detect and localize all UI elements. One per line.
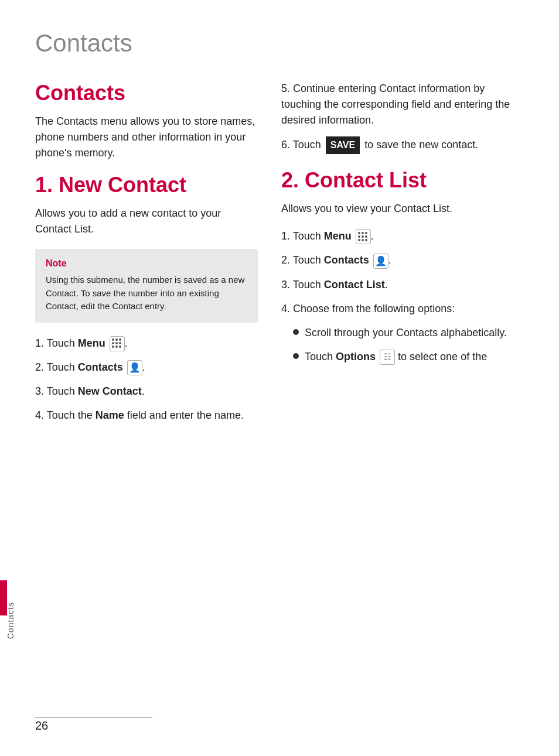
bullet-dot-1	[293, 329, 299, 335]
menu-icon	[110, 336, 125, 351]
bullet-item-1: Scroll through your Contacts alphabetica…	[293, 325, 524, 341]
red-tab-indicator	[0, 580, 7, 615]
step-3: 3. Touch New Contact.	[35, 384, 258, 399]
step-1: 1. Touch Menu .	[35, 336, 258, 351]
bullet-text-2: Touch Options ☷ to select one of the	[305, 349, 487, 365]
save-button-label: SAVE	[326, 136, 360, 154]
step-6-suffix: to save the new contact.	[364, 139, 478, 150]
step-5: 5. Continue entering Contact information…	[281, 81, 524, 128]
contacts-section-desc: The Contacts menu allows you to store na…	[35, 114, 258, 161]
contact-list-section-desc: Allows you to view your Contact List.	[281, 201, 524, 217]
cl-contacts-icon: 👤	[373, 254, 388, 269]
cl-menu-icon	[356, 229, 371, 244]
new-contact-section-desc: Allows you to add a new contact to your …	[35, 206, 258, 237]
two-column-layout: Contacts The Contacts menu allows you to…	[35, 81, 524, 727]
step-2: 2. Touch Contacts 👤.	[35, 360, 258, 375]
bullet-dot-2	[293, 353, 299, 359]
right-column: 5. Continue entering Contact information…	[281, 81, 524, 727]
note-box: Note Using this submenu, the number is s…	[35, 249, 258, 323]
new-contact-section-title: 1. New Contact	[35, 173, 258, 197]
cl-menu-dots-icon	[358, 232, 368, 242]
note-text: Using this submenu, the number is saved …	[46, 273, 247, 313]
step-6: 6. Touch SAVE to save the new contact.	[281, 136, 524, 154]
cl-step-4: 4. Choose from the following options:	[281, 301, 524, 317]
page-number: 26	[35, 719, 48, 733]
menu-dots-icon	[112, 338, 122, 348]
sidebar-label: Contacts	[6, 602, 15, 639]
contacts-icon: 👤	[127, 360, 142, 375]
cl-step-1: 1. Touch Menu .	[281, 228, 524, 244]
left-column: Contacts The Contacts menu allows you to…	[35, 81, 258, 727]
bullet-item-2: Touch Options ☷ to select one of the	[293, 349, 524, 365]
contact-list-section-title: 2. Contact List	[281, 168, 524, 193]
page-title: Contacts	[35, 29, 524, 57]
note-title: Note	[46, 258, 247, 269]
bullet-list: Scroll through your Contacts alphabetica…	[293, 325, 524, 365]
footer-divider	[35, 717, 152, 718]
step-4: 4. Touch the Name field and enter the na…	[35, 408, 258, 423]
cl-step-2: 2. Touch Contacts 👤.	[281, 252, 524, 268]
cl-step-3: 3. Touch Contact List.	[281, 277, 524, 293]
page: Contacts Contacts The Contacts menu allo…	[0, 0, 559, 756]
contacts-section-title: Contacts	[35, 81, 258, 105]
options-icon: ☷	[380, 350, 395, 365]
step-6-prefix: 6. Touch	[281, 139, 321, 150]
bullet-text-1: Scroll through your Contacts alphabetica…	[305, 325, 507, 341]
